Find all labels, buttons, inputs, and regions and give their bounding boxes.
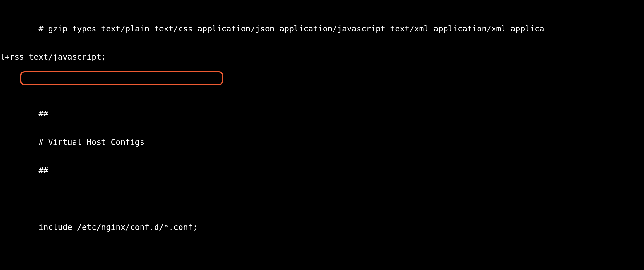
code-line: include /etc/nginx/conf.d/*.conf; [0,223,644,232]
code-line-highlighted: include /etc/nginx/sites-enabled/*; [0,260,644,270]
code-line: ## [0,109,644,119]
code-line [0,194,644,204]
terminal-editor[interactable]: # gzip_types text/plain text/css applica… [0,0,644,270]
code-line: # gzip_types text/plain text/css applica… [0,24,644,34]
code-line: l+rss text/javascript; [0,52,644,62]
code-line: # Virtual Host Configs [0,138,644,147]
code-line [0,81,644,90]
code-line: ## [0,166,644,175]
